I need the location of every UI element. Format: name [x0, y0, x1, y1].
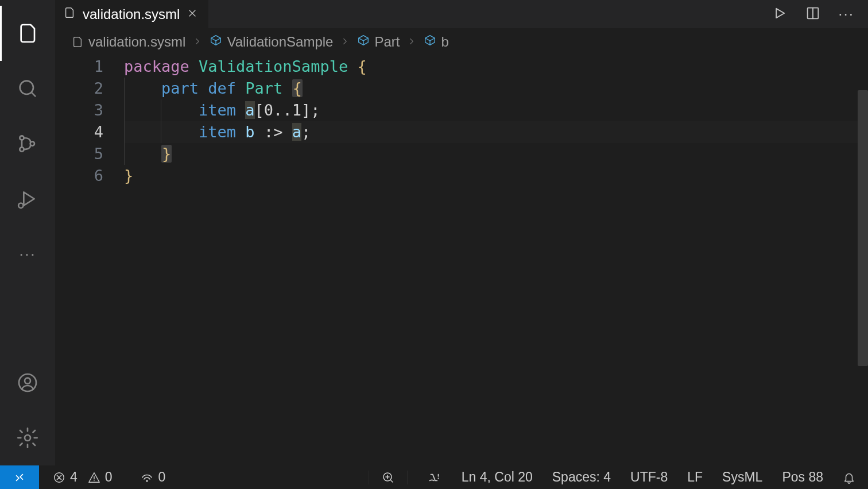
- explorer-icon[interactable]: [0, 6, 55, 61]
- more-actions-icon[interactable]: ···: [838, 5, 854, 23]
- eol[interactable]: LF: [687, 469, 703, 485]
- code-line[interactable]: }: [124, 165, 868, 187]
- code-line[interactable]: item a[0..1];: [124, 99, 868, 121]
- line-number: 2: [55, 78, 103, 99]
- code-line[interactable]: }: [124, 143, 868, 165]
- breadcrumb-package[interactable]: ValidationSample: [210, 34, 333, 50]
- code-line[interactable]: item b :> a;: [124, 121, 868, 143]
- package-symbol-icon: [424, 34, 436, 50]
- code-line[interactable]: package ValidationSample {: [124, 56, 868, 78]
- split-editor-icon[interactable]: [805, 5, 821, 24]
- ports-count: 0: [158, 469, 166, 485]
- encoding-label: UTF-8: [630, 469, 668, 485]
- spaces-label: Spaces: 4: [552, 469, 611, 485]
- tab-filename: validation.sysml: [83, 6, 180, 22]
- screen-reader-icon[interactable]: [427, 470, 442, 485]
- cursor-position[interactable]: Ln 4, Col 20: [462, 469, 533, 485]
- svg-point-4: [18, 203, 23, 208]
- status-left: 4 0 0: [39, 469, 165, 485]
- tab-bar: validation.sysml ···: [55, 0, 868, 28]
- breadcrumb: validation.sysml ValidationSample Part: [55, 28, 868, 56]
- eol-label: LF: [687, 469, 703, 485]
- breadcrumb-seg3-label: b: [441, 34, 448, 50]
- status-right: Ln 4, Col 20 Spaces: 4 UTF-8 LF SysML Po…: [369, 469, 868, 485]
- run-icon[interactable]: [772, 5, 788, 24]
- file-icon: [63, 6, 76, 22]
- package-symbol-icon: [210, 34, 222, 50]
- problems-warnings[interactable]: 0: [88, 469, 113, 485]
- editor-group: validation.sysml ··· validation.sysml: [55, 0, 868, 465]
- code-line[interactable]: part def Part {: [124, 78, 868, 99]
- additional-views-icon[interactable]: ···: [0, 226, 55, 282]
- notifications-bell-icon[interactable]: [843, 471, 855, 484]
- close-icon[interactable]: [187, 6, 198, 22]
- status-bar: 4 0 0 Ln 4, Col 20 Spaces: 4 UTF-8 LF: [0, 465, 868, 489]
- line-number: 1: [55, 56, 103, 78]
- caret-position[interactable]: Pos 88: [782, 469, 823, 485]
- breadcrumb-seg2-label: Part: [374, 34, 400, 50]
- tab-validation-sysml[interactable]: validation.sysml: [55, 0, 209, 28]
- overview-ruler[interactable]: [857, 56, 868, 465]
- breadcrumb-file-label: validation.sysml: [88, 34, 185, 50]
- encoding[interactable]: UTF-8: [630, 469, 668, 485]
- ln-col-label: Ln 4, Col 20: [462, 469, 533, 485]
- breadcrumb-file[interactable]: validation.sysml: [71, 34, 185, 50]
- line-number: 4: [55, 121, 103, 143]
- run-debug-icon[interactable]: [0, 171, 55, 226]
- svg-point-6: [25, 378, 30, 384]
- chevron-right-icon: [406, 34, 417, 50]
- search-icon[interactable]: [0, 61, 55, 116]
- package-symbol-icon: [357, 34, 370, 50]
- line-number: 5: [55, 143, 103, 165]
- code-content[interactable]: package ValidationSample { part def Part…: [124, 56, 868, 465]
- editor-actions: ···: [772, 0, 868, 28]
- breadcrumb-seg1-label: ValidationSample: [227, 34, 333, 50]
- zoom-icon[interactable]: [369, 471, 408, 484]
- ports-indicator[interactable]: 0: [140, 469, 166, 485]
- warning-count: 0: [105, 469, 113, 485]
- error-count: 4: [70, 469, 78, 485]
- code-editor[interactable]: 1 2 3 4 5 6 package ValidationSample { p…: [55, 56, 868, 465]
- chevron-right-icon: [340, 34, 350, 50]
- line-number: 3: [55, 99, 103, 121]
- svg-point-10: [146, 480, 148, 482]
- activity-bar: ···: [0, 0, 55, 465]
- pos-label: Pos 88: [782, 469, 823, 485]
- problems-errors[interactable]: 4: [53, 469, 78, 485]
- accounts-icon[interactable]: [0, 355, 55, 410]
- chevron-right-icon: [192, 34, 203, 50]
- language-mode[interactable]: SysML: [722, 469, 762, 485]
- indentation[interactable]: Spaces: 4: [552, 469, 611, 485]
- breadcrumb-item[interactable]: b: [424, 34, 448, 50]
- svg-point-7: [25, 435, 30, 441]
- breadcrumb-part[interactable]: Part: [357, 34, 400, 50]
- source-control-icon[interactable]: [0, 116, 55, 171]
- settings-gear-icon[interactable]: [0, 410, 55, 465]
- line-number: 6: [55, 165, 103, 187]
- lang-label: SysML: [722, 469, 762, 485]
- line-number-gutter: 1 2 3 4 5 6: [55, 56, 124, 465]
- overview-slider[interactable]: [858, 90, 868, 366]
- remote-indicator[interactable]: [0, 465, 39, 489]
